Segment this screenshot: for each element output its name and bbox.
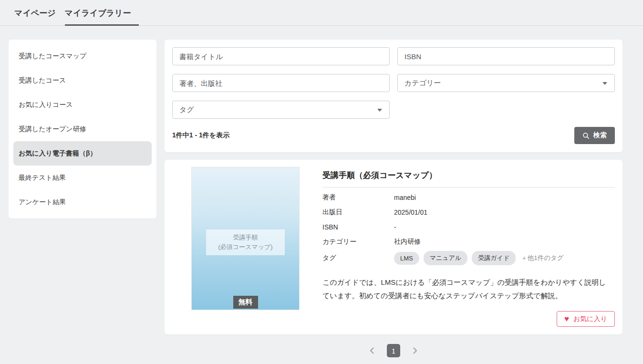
tag-select[interactable]: タグ <box>172 101 390 119</box>
detail-label: ISBN <box>322 223 394 231</box>
detail-value: - <box>394 223 396 231</box>
detail-row-publish-date: 出版日 2025/01/01 <box>322 205 615 219</box>
detail-label: 著者 <box>322 193 394 202</box>
book-cover[interactable]: 受講手順 (必須コースマップ) 無料 <box>191 167 300 310</box>
category-select[interactable]: カテゴリー <box>397 74 615 92</box>
tab-my-library[interactable]: マイライブラリー <box>65 0 139 26</box>
pagination-prev-button[interactable] <box>368 345 376 356</box>
book-title: 受講手順（必須コースマップ） <box>322 170 615 187</box>
chevron-left-icon <box>370 347 374 354</box>
author-field-wrap <box>172 74 390 92</box>
book-result-card: 受講手順 (必須コースマップ) 無料 受講手順（必須コースマップ） 著者 man… <box>165 160 622 334</box>
content-area: 受講したコースマップ 受講したコース お気に入りコース 受講したオープン研修 お… <box>0 26 643 357</box>
sidebar: 受講したコースマップ 受講したコース お気に入りコース 受講したオープン研修 お… <box>9 40 156 218</box>
detail-value: manebi <box>394 194 416 201</box>
author-publisher-input[interactable] <box>172 74 390 92</box>
sidebar-item-survey-results[interactable]: アンケート結果 <box>13 190 152 214</box>
book-description: このガイドでは、LMSにおける「必須コースマップ」の受講手順をわかりやすく説明し… <box>322 276 612 302</box>
pagination-page-1[interactable]: 1 <box>387 344 400 357</box>
book-title-input[interactable] <box>172 47 390 65</box>
search-panel: カテゴリー タグ 1件中1 - 1件を表示 <box>165 40 622 152</box>
detail-value: 2025/01/01 <box>394 208 427 216</box>
top-tab-bar: マイページ マイライブラリー <box>0 0 643 26</box>
sidebar-item-courses[interactable]: 受講したコース <box>13 68 152 93</box>
detail-row-category: カテゴリー 社内研修 <box>322 234 615 249</box>
pagination-next-button[interactable] <box>411 345 419 356</box>
sidebar-item-favorite-courses[interactable]: お気に入りコース <box>13 93 152 117</box>
detail-row-isbn: ISBN - <box>322 219 615 234</box>
heart-icon: ♥ <box>564 315 569 323</box>
sidebar-item-final-test-results[interactable]: 最終テスト結果 <box>13 166 152 190</box>
pagination: 1 <box>165 344 622 357</box>
result-count: 1件中1 - 1件を表示 <box>172 131 229 140</box>
sidebar-item-course-maps[interactable]: 受講したコースマップ <box>13 44 152 68</box>
main-panel: カテゴリー タグ 1件中1 - 1件を表示 <box>165 40 622 357</box>
tag-pill[interactable]: マニュアル <box>424 251 468 265</box>
tag-pill[interactable]: 受講ガイド <box>472 251 516 265</box>
category-field-wrap: カテゴリー <box>397 74 615 92</box>
detail-row-tags: タグ LMS マニュアル 受講ガイド ＋他1件のタグ <box>322 249 615 267</box>
search-button[interactable]: 検索 <box>574 127 615 144</box>
tabs: マイページ マイライブラリー <box>14 0 643 25</box>
more-tags-label: ＋他1件のタグ <box>521 254 563 262</box>
book-cover-title: 受講手順 (必須コースマップ) <box>206 229 285 255</box>
tag-pill[interactable]: LMS <box>394 252 419 265</box>
tab-my-page[interactable]: マイページ <box>14 0 56 26</box>
favorite-button[interactable]: ♥ お気に入り <box>557 311 615 327</box>
free-badge: 無料 <box>233 296 258 309</box>
tag-field-wrap: タグ <box>172 101 390 119</box>
isbn-field-wrap <box>397 47 615 65</box>
sidebar-item-favorite-ebooks[interactable]: お気に入り電子書籍（β） <box>13 141 152 166</box>
book-title-field-wrap <box>172 47 390 65</box>
search-button-label: 検索 <box>593 131 607 140</box>
chevron-right-icon <box>413 347 417 354</box>
detail-label: カテゴリー <box>322 238 394 246</box>
search-icon <box>582 132 590 139</box>
favorite-button-label: お気に入り <box>573 315 607 323</box>
detail-row-author: 著者 manebi <box>322 190 615 205</box>
book-info: 受講手順（必須コースマップ） 著者 manebi 出版日 2025/01/01 … <box>322 170 615 327</box>
detail-value: 社内研修 <box>394 238 421 246</box>
detail-label: 出版日 <box>322 208 394 217</box>
sidebar-item-open-training[interactable]: 受講したオープン研修 <box>13 117 152 141</box>
detail-label: タグ <box>322 254 394 262</box>
book-details: 著者 manebi 出版日 2025/01/01 ISBN - カテゴリー 社内… <box>322 190 615 267</box>
isbn-input[interactable] <box>397 47 615 65</box>
